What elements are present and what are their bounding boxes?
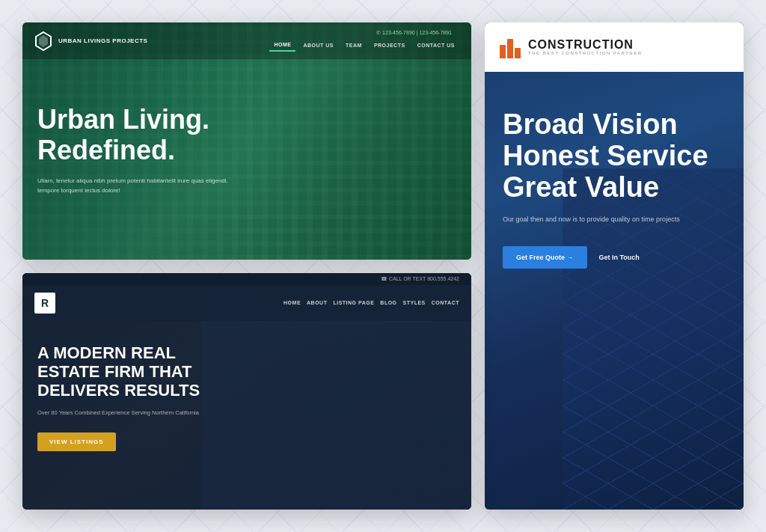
construction-headline: Broad Vision Honest Service Great Value: [503, 109, 726, 203]
re-headline-1: A MODERN REAL: [37, 343, 176, 362]
re-nav-styles[interactable]: STYLES: [403, 300, 426, 305]
construction-headline-1: Broad Vision: [503, 108, 678, 140]
realestate-card: ☎ CALL OR TEXT 800.555.4242 R HOME ABOUT…: [22, 273, 471, 510]
construction-content: Broad Vision Honest Service Great Value …: [485, 72, 744, 287]
re-logo: R: [34, 293, 55, 314]
bar-center: [507, 39, 513, 58]
construction-logo-text: CONSTRUCTION THE BEST CONSTRUCTION PARTN…: [528, 39, 643, 55]
construction-subtitle: THE BEST CONSTRUCTION PARTNER: [528, 51, 643, 55]
urban-logo-text: URBAN LIVINGS PROJECTS: [58, 37, 147, 45]
bar-left: [500, 45, 506, 58]
construction-headline-3: Great Value: [503, 171, 659, 203]
urban-content: Urban Living. Redefined. Ullam, tenetur …: [22, 59, 471, 210]
construction-header: CONSTRUCTION THE BEST CONSTRUCTION PARTN…: [485, 22, 744, 72]
nav-home[interactable]: HOME: [269, 39, 295, 52]
urban-header: URBAN LIVINGS PROJECTS ✆ 123-456-7890 | …: [22, 22, 471, 59]
urban-logo-icon: [34, 31, 52, 52]
view-listings-button[interactable]: VIEW LISTINGS: [37, 432, 116, 451]
urban-phone: ✆ 123-456-7890 | 123-456-7891: [376, 30, 452, 36]
nav-projects[interactable]: PROJECTS: [370, 40, 410, 51]
page-container: URBAN LIVINGS PROJECTS ✆ 123-456-7890 | …: [0, 0, 766, 532]
nav-about[interactable]: ABOUT US: [298, 40, 338, 51]
construction-buttons: Get Free Quote → Get In Touch: [503, 246, 726, 269]
get-in-touch-button[interactable]: Get In Touch: [599, 254, 640, 261]
urban-card: URBAN LIVINGS PROJECTS ✆ 123-456-7890 | …: [22, 22, 471, 260]
re-subtext: Over 80 Years Combined Experience Servin…: [37, 409, 456, 417]
urban-headline-line2: Redefined.: [37, 135, 175, 165]
construction-headline-2: Honest Service: [503, 140, 708, 171]
re-top-bar: ☎ CALL OR TEXT 800.555.4242: [22, 273, 471, 285]
re-headline-2: ESTATE FIRM THAT: [37, 362, 192, 381]
re-headline-3: DELIVERS RESULTS: [37, 381, 200, 400]
re-phone: ☎ CALL OR TEXT 800.555.4242: [381, 276, 459, 282]
re-headline: A MODERN REAL ESTATE FIRM THAT DELIVERS …: [37, 343, 456, 400]
nav-team[interactable]: TEAM: [341, 40, 367, 51]
svg-marker-1: [39, 35, 48, 47]
re-content: A MODERN REAL ESTATE FIRM THAT DELIVERS …: [22, 321, 471, 463]
urban-subtext: Ullam, tenetur aliqua nibh pretum potent…: [37, 177, 247, 196]
nav-contact[interactable]: CONTACT US: [413, 40, 459, 51]
construction-title: CONSTRUCTION: [528, 39, 643, 51]
construction-logo-icon: [500, 36, 521, 58]
urban-logo: URBAN LIVINGS PROJECTS: [34, 31, 147, 52]
re-nav-listing[interactable]: LISTING PAGE: [333, 300, 374, 305]
urban-nav: HOME ABOUT US TEAM PROJECTS CONTACT US: [269, 39, 459, 52]
bar-right: [515, 48, 521, 58]
urban-headline: Urban Living. Redefined.: [37, 104, 456, 166]
get-quote-button[interactable]: Get Free Quote →: [503, 246, 587, 269]
re-nav: HOME ABOUT LISTING PAGE BLOG STYLES CONT…: [284, 300, 459, 305]
re-nav-contact[interactable]: CONTACT: [432, 300, 459, 305]
construction-desc: Our goal then and now is to provide qual…: [503, 215, 726, 225]
re-nav-about[interactable]: ABOUT: [307, 300, 327, 305]
re-logo-letter: R: [41, 297, 49, 309]
re-header: R HOME ABOUT LISTING PAGE BLOG STYLES CO…: [22, 285, 471, 321]
re-nav-blog[interactable]: BLOG: [380, 300, 396, 305]
construction-card: CONSTRUCTION THE BEST CONSTRUCTION PARTN…: [485, 22, 744, 510]
re-nav-home[interactable]: HOME: [284, 300, 301, 305]
urban-headline-line1: Urban Living.: [37, 104, 209, 135]
